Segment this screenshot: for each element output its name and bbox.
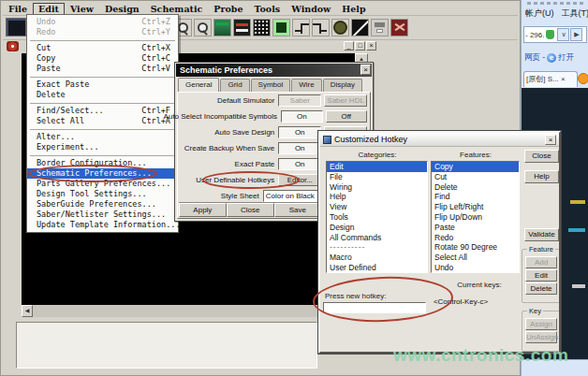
- saber-app-icon[interactable]: [6, 18, 26, 36]
- pref-option-button[interactable]: Off: [326, 110, 368, 123]
- feature-delete-button[interactable]: Delete: [525, 282, 557, 295]
- edit-menu-item[interactable]: SaberGuide Preferences...: [27, 199, 178, 210]
- simulate-icon[interactable]: [390, 19, 408, 36]
- feature-edit-button[interactable]: Edit: [525, 269, 557, 282]
- category-item[interactable]: Help: [327, 192, 427, 202]
- features-list[interactable]: Copy Cut Delete Find Flip Left/Right Fli…: [431, 161, 520, 273]
- menubar-item[interactable]: Schematic: [145, 3, 209, 15]
- feature-item[interactable]: Redo: [432, 233, 519, 243]
- pref-option-button[interactable]: On: [281, 110, 323, 123]
- menubar-item[interactable]: File: [3, 3, 33, 15]
- pref-option-button[interactable]: On: [278, 142, 321, 154]
- new-hotkey-input[interactable]: [323, 302, 426, 313]
- menubar-item[interactable]: Window: [286, 3, 336, 15]
- browser-menu-item[interactable]: 工具(T): [562, 8, 588, 18]
- feature-item[interactable]: Find: [432, 192, 519, 202]
- feature-item[interactable]: Flip Up/Down: [432, 212, 519, 223]
- prefs-footer-button[interactable]: Save: [274, 203, 322, 217]
- netlist-icon[interactable]: [371, 19, 389, 36]
- prefs-footer-button[interactable]: Apply: [179, 203, 227, 217]
- feature-item[interactable]: Cut: [432, 172, 519, 182]
- edit-menu-item[interactable]: Find/Select... Ctrl+F: [27, 106, 178, 116]
- edit-menu-item[interactable]: Exact Paste: [27, 80, 178, 90]
- edit-menu-item[interactable]: Undo Ctrl+Z: [27, 17, 178, 27]
- menubar-item[interactable]: Design: [99, 3, 145, 15]
- feature-item[interactable]: Rotate 90 Degree: [432, 242, 519, 253]
- feature-add-button[interactable]: Add: [525, 256, 557, 268]
- category-item[interactable]: File: [327, 172, 427, 182]
- category-item[interactable]: Macro: [327, 253, 427, 263]
- feature-item[interactable]: Delete: [432, 182, 519, 193]
- menubar-item[interactable]: Help: [336, 3, 371, 15]
- pref-option-button[interactable]: Saber: [278, 94, 321, 107]
- prefs-tab[interactable]: Grid: [220, 79, 249, 93]
- grid-toggle-icon[interactable]: [253, 19, 271, 36]
- horizontal-scrollbar[interactable]: ◀: [22, 305, 368, 317]
- close-button[interactable]: Close: [524, 150, 559, 163]
- menubar-item[interactable]: View: [65, 3, 99, 15]
- category-item[interactable]: Design: [327, 223, 427, 233]
- category-item[interactable]: ----------: [327, 242, 427, 253]
- canvas-color-icon[interactable]: [272, 19, 290, 36]
- feature-item[interactable]: Paste: [432, 223, 519, 233]
- pref-option-button[interactable]: On: [278, 158, 321, 170]
- wire-tool-icon[interactable]: [292, 19, 310, 36]
- close-icon[interactable]: ×: [366, 41, 376, 51]
- browser-tab[interactable]: [原创] S... ×: [523, 71, 578, 87]
- edit-menu-item[interactable]: Paste Ctrl+V: [27, 64, 178, 74]
- open-design-icon[interactable]: [213, 19, 231, 36]
- links-right-label[interactable]: 打开: [558, 52, 574, 64]
- pref-option-button[interactable]: On: [278, 126, 321, 138]
- feature-item[interactable]: Flip Left/Right: [432, 202, 519, 212]
- edit-menu-item[interactable]: Copy Ctrl+C: [27, 53, 178, 64]
- go-icon[interactable]: ▶: [570, 28, 582, 41]
- help-button[interactable]: Help: [524, 170, 559, 183]
- edit-menu-item[interactable]: Design Tool Settings...: [27, 189, 178, 199]
- maximize-icon[interactable]: □: [355, 41, 365, 51]
- prefs-tab[interactable]: Symbol: [251, 79, 291, 93]
- edit-menu-item[interactable]: Saber/Netlister Settings...: [27, 210, 178, 220]
- edit-menu-item[interactable]: Select All Ctrl+A: [27, 116, 178, 126]
- edit-menu-item[interactable]: Schematic Preferences...: [27, 168, 178, 179]
- category-item[interactable]: Tools: [327, 212, 427, 223]
- prefs-tab[interactable]: Wire: [291, 79, 321, 93]
- menubar-item[interactable]: Tools: [249, 3, 287, 15]
- edit-menu-item[interactable]: Alter...: [27, 132, 178, 142]
- key-assign-button[interactable]: Assign: [525, 318, 557, 330]
- links-left-label[interactable]: 网页 -: [524, 52, 545, 64]
- edit-menu-item[interactable]: Redo Ctrl+Y: [27, 27, 178, 37]
- menubar-item[interactable]: Edit: [33, 3, 65, 15]
- category-item[interactable]: Wiring: [327, 182, 427, 193]
- feature-item[interactable]: Copy: [432, 162, 519, 172]
- minimize-icon[interactable]: _: [344, 41, 354, 51]
- pref-option-button[interactable]: Saber HDL: [324, 94, 367, 107]
- category-item[interactable]: View: [327, 202, 427, 212]
- edit-menu-item[interactable]: Update Template Information...: [27, 220, 178, 230]
- probe-tool-icon[interactable]: [331, 19, 349, 36]
- categories-list[interactable]: Edit File Wiring Help View Tools Design …: [326, 161, 428, 273]
- menubar-item[interactable]: Probe: [208, 3, 248, 15]
- edit-menu-item[interactable]: Border Configuration...: [27, 158, 178, 168]
- bus-tool-icon[interactable]: [312, 19, 330, 36]
- validate-button[interactable]: Validate: [524, 228, 559, 241]
- address-dropdown-icon[interactable]: ∨: [557, 28, 569, 41]
- edit-menu-item[interactable]: Cut Ctrl+X: [27, 43, 178, 53]
- prefs-footer-button[interactable]: Close: [227, 203, 274, 217]
- key-unassign-button[interactable]: UnAssign: [525, 331, 557, 343]
- pref-option-button[interactable]: Editor...: [278, 174, 321, 186]
- browser-menu-item[interactable]: 帐户(U): [525, 8, 554, 18]
- prefs-tab[interactable]: General: [178, 78, 219, 92]
- edit-menu-item[interactable]: Parts Gallery Preferences...: [27, 179, 178, 189]
- design-list-icon[interactable]: [233, 19, 251, 36]
- draw-tool-icon[interactable]: [351, 19, 369, 36]
- edit-menu-item[interactable]: Delete: [27, 90, 178, 100]
- category-item[interactable]: All Commands: [327, 233, 427, 243]
- feature-item[interactable]: Undo: [432, 263, 519, 273]
- edit-menu-item[interactable]: Experiment...: [27, 142, 178, 152]
- scroll-left-icon[interactable]: ◀: [22, 305, 33, 317]
- close-icon[interactable]: ×: [545, 135, 556, 145]
- address-bar[interactable]: - 296. ∨ ▶: [523, 26, 587, 43]
- zoom-out-icon[interactable]: [194, 19, 212, 36]
- prefs-tab[interactable]: Display: [323, 79, 362, 93]
- feature-item[interactable]: Select All: [432, 253, 519, 263]
